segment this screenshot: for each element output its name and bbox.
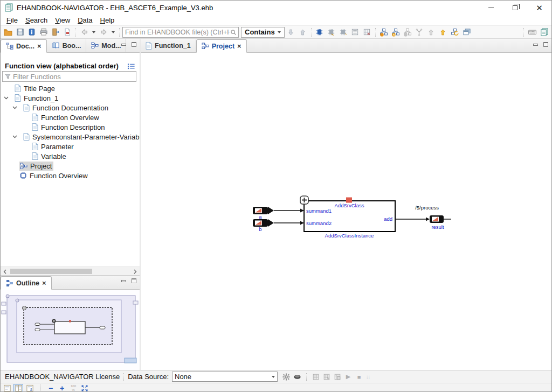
measure-view-button[interactable] xyxy=(310,372,321,382)
menu-search[interactable]: Search xyxy=(22,15,51,25)
tree-item-function-overview[interactable]: Function Overview xyxy=(1,113,140,122)
contains-dropdown[interactable]: Contains xyxy=(241,27,285,38)
minimize-panel-icon[interactable] xyxy=(533,44,538,46)
addsrvclass-block[interactable]: AddSrvClass summand1 summand2 add AddSrv… xyxy=(300,196,395,239)
page-with-author-view-button[interactable] xyxy=(25,384,34,392)
search-model-definition-button[interactable] xyxy=(378,27,389,38)
maximize-panel-icon[interactable] xyxy=(132,278,136,283)
open-button[interactable] xyxy=(3,27,13,38)
about-ehandbook-button[interactable] xyxy=(539,27,549,38)
minimize-panel-icon[interactable] xyxy=(121,44,126,46)
table-view-button[interactable] xyxy=(362,27,372,38)
tab-documents[interactable]: Doc... × xyxy=(1,39,47,53)
tab-outline[interactable]: Outline × xyxy=(1,276,52,290)
search-model-usage-button[interactable] xyxy=(390,27,401,38)
menu-view[interactable]: View xyxy=(51,15,74,25)
close-tab-icon[interactable]: × xyxy=(42,279,46,286)
toolbar-separator xyxy=(311,28,312,37)
tree-item-function-documentation[interactable]: Function Documentation xyxy=(1,103,140,113)
find-previous-button[interactable] xyxy=(298,27,308,38)
input-port-b[interactable]: b xyxy=(253,219,274,232)
export-icon xyxy=(52,28,60,36)
split-view-button[interactable] xyxy=(13,384,23,392)
experiment-view-button[interactable] xyxy=(332,372,343,382)
tree-item-project[interactable]: Project xyxy=(1,161,140,171)
output-port-result[interactable]: result xyxy=(430,215,451,230)
tree-item-parameter[interactable]: Parameter xyxy=(1,142,140,151)
export-button[interactable] xyxy=(50,27,61,38)
keyboard-shortcuts-button[interactable] xyxy=(527,27,537,38)
expand-chevron-icon[interactable] xyxy=(12,106,17,109)
data-source-settings-button[interactable] xyxy=(281,372,292,382)
start-measurement-button[interactable]: ▶ xyxy=(343,372,354,382)
close-button[interactable]: ✕ xyxy=(527,1,551,15)
fit-to-view-button[interactable] xyxy=(80,384,89,392)
data-source-select[interactable]: None xyxy=(172,372,278,382)
toolbar-drag-handle[interactable]: ⁞⁞ xyxy=(367,374,370,380)
refresh-diagram-button[interactable] xyxy=(450,27,460,38)
tree-item-systemconstant[interactable]: Systemconstant-Parameter-Variable-Cl xyxy=(1,132,140,142)
branch-navigation-button[interactable] xyxy=(414,27,425,38)
back-history-dropdown[interactable] xyxy=(91,27,97,38)
scroll-right-icon[interactable] xyxy=(132,268,139,275)
pdf-export-button[interactable] xyxy=(62,27,73,38)
outline-minimap[interactable] xyxy=(1,290,140,370)
menu-data[interactable]: Data xyxy=(74,15,96,25)
goto-parent-block-button[interactable] xyxy=(338,27,349,38)
scrollbar-thumb[interactable] xyxy=(10,269,92,274)
expand-chevron-icon[interactable] xyxy=(4,96,9,100)
print-button[interactable] xyxy=(38,27,49,38)
find-next-button[interactable] xyxy=(286,27,296,38)
outline-thumbnail xyxy=(1,290,140,370)
tree-item-function-description[interactable]: Function Description xyxy=(1,122,140,132)
navigate-up-button[interactable] xyxy=(438,27,448,38)
calibrate-view-button[interactable] xyxy=(321,372,332,382)
close-tab-icon[interactable]: × xyxy=(37,43,42,50)
tab-models[interactable]: Mod... xyxy=(86,39,126,52)
scroll-left-icon[interactable] xyxy=(1,268,9,275)
tab-function-1[interactable]: Function_1 xyxy=(141,39,196,52)
back-button[interactable] xyxy=(79,27,89,38)
zoom-reset-button[interactable]: 100% xyxy=(68,384,78,392)
maximize-panel-icon[interactable] xyxy=(543,42,548,47)
restore-button[interactable] xyxy=(503,1,527,15)
search-model-disabled-button[interactable] xyxy=(402,27,413,38)
find-input[interactable] xyxy=(125,29,230,36)
tree-horizontal-scrollbar[interactable] xyxy=(1,267,140,275)
stop-measurement-button[interactable]: ■ xyxy=(354,372,364,382)
filter-functions-input[interactable] xyxy=(13,73,134,81)
doc-icon xyxy=(23,133,30,141)
tree-item-variable[interactable]: Variable xyxy=(1,151,140,161)
expand-block-button[interactable] xyxy=(300,196,308,204)
forward-history-dropdown[interactable] xyxy=(110,27,116,38)
menu-help[interactable]: Help xyxy=(96,15,119,25)
minimize-panel-icon[interactable] xyxy=(121,280,126,282)
open-in-window-button[interactable] xyxy=(461,27,472,38)
single-page-view-button[interactable] xyxy=(2,384,12,392)
book-icon xyxy=(52,42,60,49)
show-function-block-button[interactable] xyxy=(314,27,325,38)
zoom-out-button[interactable]: − xyxy=(46,384,56,392)
tab-project[interactable]: Project × xyxy=(196,39,247,53)
zoom-in-button[interactable]: + xyxy=(57,384,67,392)
tree-item-function-1[interactable]: Function_1 xyxy=(1,93,140,103)
forward-button[interactable] xyxy=(98,27,109,38)
maximize-panel-icon[interactable] xyxy=(132,42,136,47)
input-port-a[interactable]: a xyxy=(253,207,274,220)
minimize-button[interactable] xyxy=(479,1,503,15)
expand-chevron-icon[interactable] xyxy=(12,135,17,138)
list-view-button[interactable] xyxy=(350,27,361,38)
diagram-canvas[interactable]: a b xyxy=(141,53,551,370)
view-menu-icon[interactable] xyxy=(127,63,135,69)
navigate-up-disabled-button[interactable] xyxy=(426,27,437,38)
info-button[interactable] xyxy=(26,27,37,38)
data-source-visibility-button[interactable] xyxy=(292,372,302,382)
save-button[interactable] xyxy=(15,27,25,38)
tab-bookmarks[interactable]: Boo... xyxy=(47,39,87,52)
tab-label: Outline xyxy=(16,279,39,287)
goto-next-block-button[interactable] xyxy=(326,27,337,38)
tree-item-function-overview-block[interactable]: Function Overview xyxy=(1,171,140,180)
close-tab-icon[interactable]: × xyxy=(237,43,242,50)
menu-file[interactable]: File xyxy=(3,15,22,25)
tree-item-title-page[interactable]: Title Page xyxy=(1,83,140,93)
